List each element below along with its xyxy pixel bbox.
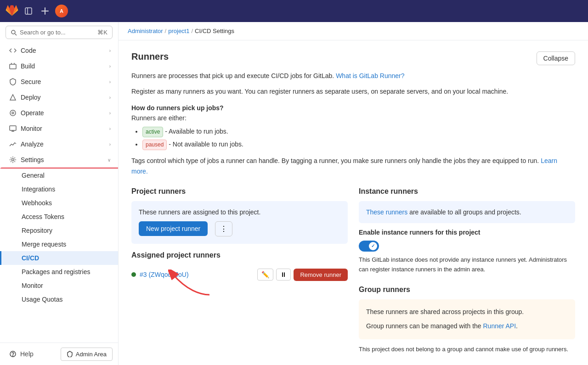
pause-runner-button[interactable]: ⏸ <box>276 269 291 281</box>
sidebar-item-analyze[interactable]: Analyze › <box>0 136 118 152</box>
sidebar-item-operate[interactable]: Operate › <box>0 105 118 121</box>
chevron-right-icon: › <box>109 64 111 69</box>
runners-header: Runners Collapse <box>131 51 575 65</box>
admin-area-label: Admin Area <box>76 351 107 358</box>
breadcrumb: Administrator / project1 / CI/CD Setting… <box>119 22 588 40</box>
edit-runner-button[interactable]: ✏️ <box>257 269 273 281</box>
sidebar-item-monitor[interactable]: Monitor › <box>0 121 118 136</box>
paused-desc: - Not available to run jobs. <box>169 140 243 148</box>
avatar[interactable]: A <box>55 5 68 17</box>
new-project-runner-button[interactable]: New project runner <box>139 221 208 236</box>
breadcrumb-sep-2: / <box>191 28 193 34</box>
main-content: Administrator / project1 / CI/CD Setting… <box>119 22 588 365</box>
sidebar-sub-item-cicd[interactable]: CI/CD <box>0 251 118 265</box>
help-link[interactable]: Help <box>6 347 37 361</box>
active-badge: active <box>142 127 163 137</box>
sidebar-item-build[interactable]: Build › <box>0 58 118 74</box>
assigned-section: Assigned project runners #3 (ZWqodbJoU) … <box>131 251 348 285</box>
sidebar-item-label: Settings <box>21 156 44 163</box>
runner-row-wrapper: #3 (ZWqodbJoU) ✏️ ⏸ Remove runner <box>131 265 348 285</box>
project-runners-box: These runners are assigned to this proje… <box>131 201 348 244</box>
chevron-right-icon: › <box>109 142 111 147</box>
group-info-1: These runners are shared across projects… <box>366 307 568 318</box>
search-shortcut: ⌘K <box>97 29 107 36</box>
more-options-button[interactable]: ⋮ <box>215 221 232 236</box>
svg-marker-7 <box>10 95 16 100</box>
sidebar-item-label: Deploy <box>21 94 41 101</box>
sidebar-sub-item-access-tokens[interactable]: Access Tokens <box>0 210 118 224</box>
paused-badge: paused <box>142 140 167 150</box>
new-item-button[interactable] <box>39 5 51 17</box>
sidebar-sub-item-repository[interactable]: Repository <box>0 224 118 237</box>
these-runners-link[interactable]: These runners <box>366 208 407 216</box>
runners-either-text: Runners are either: <box>131 114 575 122</box>
sidebar-sub-item-integrations[interactable]: Integrations <box>0 182 118 196</box>
sidebar-item-deploy[interactable]: Deploy › <box>0 90 118 105</box>
settings-icon <box>9 156 17 164</box>
sidebar-item-label: Secure <box>21 78 41 85</box>
sidebar-item-label: Monitor <box>21 125 42 132</box>
sidebar-item-code[interactable]: Code › <box>0 43 118 58</box>
svg-rect-0 <box>25 8 32 14</box>
sidebar-sub-item-packages[interactable]: Packages and registries <box>0 265 118 279</box>
instance-runners-info-text: are available to all groups and projects… <box>409 208 521 216</box>
svg-line-3 <box>15 34 17 35</box>
runner-info-link[interactable]: What is GitLab Runner? <box>336 72 404 79</box>
toggle-wrapper: ✓ <box>359 241 575 252</box>
runner-name-link[interactable]: #3 (ZWqodbJoU) <box>140 271 189 278</box>
breadcrumb-project[interactable]: project1 <box>168 28 189 34</box>
code-icon <box>9 46 17 55</box>
sidebar-sub-item-label: Access Tokens <box>22 213 64 220</box>
chevron-right-icon: › <box>109 48 111 53</box>
breadcrumb-sep-1: / <box>165 28 167 34</box>
sidebar-sub-item-label: Repository <box>22 227 52 234</box>
sidebar-item-secure[interactable]: Secure › <box>0 74 118 90</box>
deploy-icon <box>9 93 17 101</box>
runners-description-2: Register as many runners as you want. Yo… <box>131 86 575 96</box>
remove-runner-button[interactable]: Remove runner <box>294 269 348 281</box>
project-runners-column: Project runners These runners are assign… <box>131 187 348 354</box>
svg-rect-10 <box>10 126 16 130</box>
admin-area-button[interactable]: Admin Area <box>61 348 113 361</box>
topbar: A <box>0 0 588 22</box>
runner-api-link[interactable]: Runner API <box>483 322 516 330</box>
sidebar-sub-item-merge-requests[interactable]: Merge requests <box>0 237 118 251</box>
sidebar-item-label: Operate <box>21 109 44 117</box>
search-button[interactable]: Search or go to... ⌘K <box>6 26 113 39</box>
sidebar-item-settings[interactable]: Settings ∨ <box>0 152 118 168</box>
sidebar: Search or go to... ⌘K Code › <box>0 22 119 365</box>
runners-status-list: active - Available to run jobs. paused -… <box>142 126 575 150</box>
svg-point-8 <box>10 110 16 116</box>
instance-runners-info-box: These runners are available to all group… <box>359 201 575 223</box>
group-info-2: Group runners can be managed with the Ru… <box>366 321 568 332</box>
sidebar-sub-item-label: Packages and registries <box>22 268 90 275</box>
breadcrumb-admin[interactable]: Administrator <box>128 28 163 34</box>
enable-instance-label: Enable instance runners for this project <box>359 229 575 236</box>
sidebar-bottom: Help Admin Area <box>0 343 118 365</box>
instance-description: This GitLab instance does not provide an… <box>359 255 575 275</box>
sidebar-sub-item-general[interactable]: General <box>0 168 118 182</box>
active-desc: - Available to run jobs. <box>165 128 228 135</box>
operate-icon <box>9 109 17 117</box>
gitlab-logo <box>6 4 18 18</box>
sidebar-item-label: Analyze <box>21 140 44 148</box>
sidebar-sub-item-label: CI/CD <box>22 254 39 262</box>
svg-point-15 <box>13 356 13 356</box>
svg-point-9 <box>12 112 14 114</box>
svg-rect-4 <box>10 64 16 69</box>
toggle-sidebar-button[interactable] <box>22 5 35 17</box>
collapse-button[interactable]: Collapse <box>537 51 575 65</box>
toggle-check-icon: ✓ <box>371 243 375 248</box>
svg-point-13 <box>12 159 14 161</box>
assigned-title: Assigned project runners <box>131 251 348 259</box>
enable-instance-toggle[interactable]: ✓ <box>359 241 379 252</box>
sidebar-sub-item-usage-quotas[interactable]: Usage Quotas <box>0 292 118 306</box>
sidebar-sub-item-label: Webhooks <box>22 199 52 207</box>
runners-description: Runners are processes that pick up and e… <box>131 71 575 81</box>
chevron-right-icon: › <box>109 79 111 84</box>
sidebar-sub-item-webhooks[interactable]: Webhooks <box>0 196 118 210</box>
sidebar-item-label: Code <box>21 47 36 54</box>
runners-title: Runners <box>131 51 169 62</box>
sidebar-sub-item-monitor2[interactable]: Monitor <box>0 279 118 292</box>
chevron-right-icon: › <box>109 111 111 116</box>
